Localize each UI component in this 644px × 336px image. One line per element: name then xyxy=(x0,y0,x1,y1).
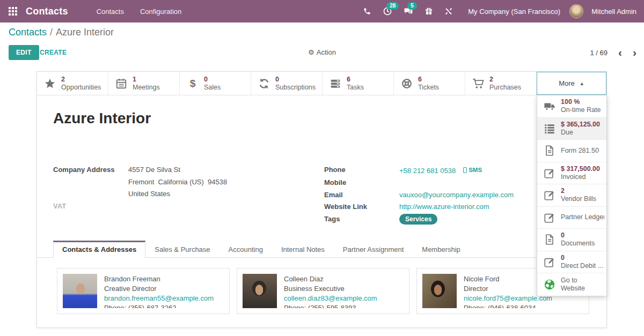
email-value-link[interactable]: vauxoo@yourcompany.example.com xyxy=(399,189,514,201)
company-switcher[interactable]: My Company (San Francisco) xyxy=(460,8,566,16)
stat-value: 1 xyxy=(133,76,160,84)
more-menu-item-partner-ledger[interactable]: Partner Ledger xyxy=(537,207,606,229)
tab-contacts-addresses[interactable]: Contacts & Addresses xyxy=(53,241,145,258)
stat-label: Meetings xyxy=(133,84,160,92)
user-menu[interactable]: Mitchell Admin xyxy=(587,8,639,16)
menu-item-value: $ 365,125.00 xyxy=(561,121,600,129)
truck-icon xyxy=(544,100,555,112)
top-menu-item-contacts[interactable]: Contacts xyxy=(90,4,131,19)
tab-sales-purchase[interactable]: Sales & Purchase xyxy=(145,241,219,258)
app-title[interactable]: Contacts xyxy=(26,6,68,17)
stat-value: 2 xyxy=(489,76,521,84)
stat-button-tickets[interactable]: 6Tickets xyxy=(394,72,465,95)
menu-item-label: Documents xyxy=(561,240,595,248)
address-line3[interactable]: United States xyxy=(128,188,170,200)
company-address-label: Company Address xyxy=(53,164,128,176)
menu-item-value: $ 317,500.00 xyxy=(561,165,600,173)
svg-text:$: $ xyxy=(190,78,196,89)
menu-item-value: 0 xyxy=(561,254,603,262)
contact-email[interactable]: colleen.diaz83@example.com xyxy=(284,294,377,303)
gift-icon[interactable] xyxy=(421,5,437,18)
more-menu-item-vendor-bills[interactable]: 2Vendor Bills xyxy=(537,184,606,207)
more-menu-item-documents[interactable]: 0Documents xyxy=(537,229,606,251)
pager-previous-icon[interactable]: ‹ xyxy=(618,48,622,57)
stat-button-opportunities[interactable]: 2Opportunities xyxy=(37,72,108,95)
email-label: Email xyxy=(324,189,399,201)
stat-button-tasks[interactable]: 6Tasks xyxy=(323,72,394,95)
menu-item-label: On-time Rate xyxy=(561,106,601,114)
stat-label: Subscriptions xyxy=(275,84,316,92)
tools-icon[interactable] xyxy=(441,5,457,18)
tab-membership[interactable]: Membership xyxy=(413,241,470,258)
vat-label: VAT xyxy=(53,200,128,213)
menu-item-label: Website xyxy=(561,285,585,293)
contact-card-colleen-diaz[interactable]: Colleen DiazBusiness Executivecolleen.di… xyxy=(237,268,409,314)
activities-clock-icon[interactable]: 28 xyxy=(379,4,396,18)
activities-badge: 28 xyxy=(386,2,399,10)
more-menu-item-direct-debit[interactable]: 0Direct Debit ... xyxy=(537,251,606,274)
stat-button-purchases[interactable]: 2Purchases xyxy=(465,72,537,95)
globe-icon xyxy=(544,279,555,290)
cart-icon xyxy=(472,78,484,89)
contact-email[interactable]: brandon.freeman55@example.com xyxy=(104,294,214,303)
calendar-icon xyxy=(115,78,127,89)
contact-cards: Brandon FreemanCreative Directorbrandon.… xyxy=(57,268,606,314)
more-button[interactable]: More ▲ xyxy=(537,72,606,95)
more-button-label: More xyxy=(559,79,575,87)
stat-button-subscriptions[interactable]: 0Subscriptions xyxy=(251,72,323,95)
edit-icon xyxy=(544,189,555,201)
tab-accounting[interactable]: Accounting xyxy=(219,241,272,258)
address-line1[interactable]: 4557 De Silva St xyxy=(128,164,180,176)
phone-label: Phone xyxy=(324,164,399,177)
breadcrumb-separator: / xyxy=(47,27,56,38)
pager-count: 1 / 69 xyxy=(590,49,608,57)
star-icon xyxy=(44,78,56,89)
apps-grid-icon[interactable] xyxy=(0,0,26,23)
website-label: Website Link xyxy=(324,201,399,213)
sms-button[interactable]: SMS xyxy=(463,164,482,176)
user-avatar xyxy=(569,4,583,18)
stat-value: 6 xyxy=(347,76,364,84)
pager: 1 / 69 ‹ › xyxy=(590,48,636,57)
list-icon xyxy=(544,123,555,135)
stat-label: Opportunities xyxy=(61,84,101,92)
contact-phone: Phone: (255)-595-8393 xyxy=(284,303,377,308)
website-value-link[interactable]: http://www.azure-interior.com xyxy=(399,201,489,213)
more-menu-item-form-281-50[interactable]: Form 281.50 xyxy=(537,140,606,162)
tag-services[interactable]: Services xyxy=(399,214,437,225)
phone-value-link[interactable]: +58 212 681 0538 xyxy=(399,167,456,175)
top-menu-item-configuration[interactable]: Configuration xyxy=(133,4,188,19)
more-dropdown-menu: 100 %On-time Rate$ 365,125.00DueForm 281… xyxy=(537,95,607,296)
more-menu-item-invoiced[interactable]: $ 317,500.00Invoiced xyxy=(537,162,606,185)
tags-label: Tags xyxy=(324,213,399,226)
more-menu-item-due[interactable]: $ 365,125.00Due xyxy=(537,118,606,140)
address-line2[interactable]: Fremont California (US) 94538 xyxy=(128,176,227,189)
action-menu[interactable]: ⚙Action xyxy=(0,48,644,56)
stat-button-sales[interactable]: $0Sales xyxy=(180,72,251,95)
contact-photo xyxy=(63,274,97,308)
tab-partner-assignment[interactable]: Partner Assignment xyxy=(334,241,413,258)
contact-card-brandon-freeman[interactable]: Brandon FreemanCreative Directorbrandon.… xyxy=(57,268,230,314)
pager-next-icon[interactable]: › xyxy=(633,48,636,57)
more-menu-item-website[interactable]: Go toWebsite xyxy=(537,273,606,296)
dollar-icon: $ xyxy=(187,78,199,89)
refresh-icon xyxy=(258,78,270,89)
phone-icon[interactable] xyxy=(359,5,375,18)
tab-internal-notes[interactable]: Internal Notes xyxy=(272,241,334,258)
messages-icon[interactable]: 5 xyxy=(400,4,417,18)
stat-button-meetings[interactable]: 1Meetings xyxy=(108,72,180,95)
record-info: Company Address 4557 De Silva St Fremont… xyxy=(53,164,590,225)
file-icon xyxy=(544,234,555,245)
more-menu-item-on-time-rate[interactable]: 100 %On-time Rate xyxy=(537,95,606,118)
contact-name: Colleen Diaz xyxy=(284,274,377,284)
contact-photo xyxy=(422,274,457,308)
breadcrumb-parent[interactable]: Contacts xyxy=(9,27,47,38)
control-panel: EDIT CREATE ⚙Action 1 / 69 ‹ › xyxy=(0,45,644,61)
stat-label: Sales xyxy=(204,84,221,92)
record-title[interactable]: Azure Interior xyxy=(53,109,606,128)
action-label: Action xyxy=(317,48,336,56)
top-navbar: Contacts ContactsConfiguration 28 5 My C… xyxy=(0,0,644,23)
stat-label: Tickets xyxy=(418,84,439,92)
info-left-column: Company Address 4557 De Silva St Fremont… xyxy=(53,164,324,225)
contact-role: Business Executive xyxy=(284,284,377,294)
